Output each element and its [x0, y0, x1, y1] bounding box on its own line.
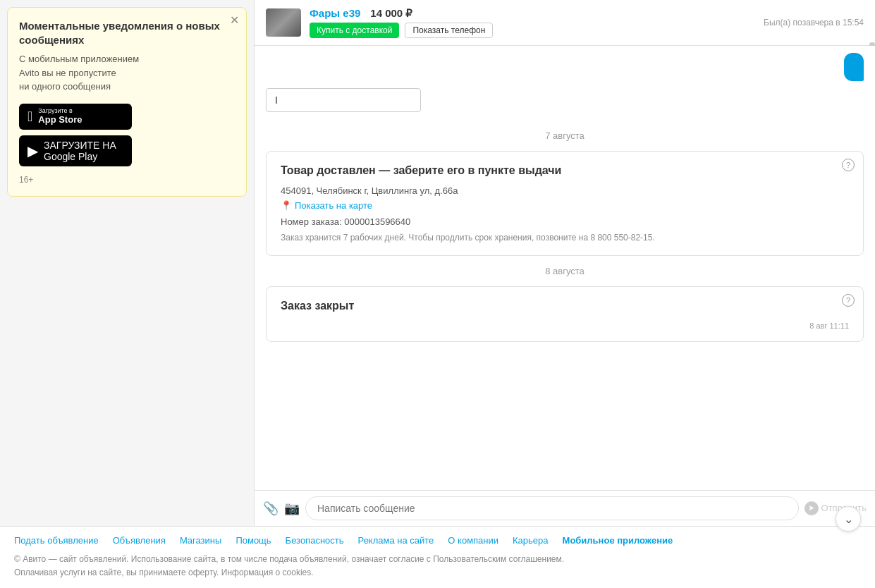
message-input[interactable]	[305, 496, 799, 520]
footer-links: Подать объявление Объявления Магазины По…	[14, 535, 861, 546]
product-actions: Купить с доставкой Показать телефон	[310, 23, 764, 38]
footer-link-help[interactable]: Помощь	[235, 535, 271, 546]
google-play-button[interactable]: ▶ ЗАГРУЗИТЕ НА Google Play	[19, 135, 132, 166]
closed-card-time: 8 авг 11:11	[281, 321, 849, 330]
phone-button[interactable]: Показать телефон	[405, 23, 493, 38]
footer-link-ads[interactable]: Объявления	[113, 535, 166, 546]
attach-icon[interactable]: 📎	[263, 501, 279, 516]
chat-panel: Фары е39 14 000 ₽ Купить с доставкой Пок…	[254, 0, 875, 526]
location-icon: 📍	[281, 200, 292, 211]
product-image	[266, 8, 301, 37]
app-store-label-big: App Store	[38, 114, 82, 126]
left-panel: ✕ Моментальные уведомления о новых сообщ…	[0, 0, 254, 526]
close-button[interactable]: ✕	[230, 15, 239, 26]
footer: Подать объявление Объявления Магазины По…	[0, 526, 875, 588]
product-price: 14 000 ₽	[370, 7, 412, 20]
buy-button[interactable]: Купить с доставкой	[310, 23, 399, 38]
apple-icon: 	[27, 109, 32, 125]
chat-header: Фары е39 14 000 ₽ Купить с доставкой Пок…	[255, 0, 875, 46]
delivery-card-address: 454091, Челябинск г, Цвиллинга ул, д.66а	[281, 185, 849, 196]
footer-link-career[interactable]: Карьера	[513, 535, 549, 546]
footer-link-mobile[interactable]: Мобильное приложение	[563, 535, 673, 546]
chat-input-area: 📎 📷 ➤ Отправить	[255, 490, 875, 526]
delivery-card-title: Товар доставлен — заберите его в пункте …	[281, 163, 849, 178]
google-play-label-small: ЗАГРУЗИТЕ НА	[44, 140, 116, 151]
age-label: 16+	[19, 175, 235, 185]
date-separator-2: 8 августа	[266, 266, 864, 276]
delivery-card: ? Товар доставлен — заберите его в пункт…	[266, 151, 864, 256]
closed-card: ? Заказ закрыт 8 авг 11:11	[266, 286, 864, 341]
footer-link-security[interactable]: Безопасность	[286, 535, 344, 546]
help-icon-2[interactable]: ?	[842, 294, 855, 307]
send-arrow-icon: ➤	[804, 501, 819, 515]
camera-icon[interactable]: 📷	[284, 501, 300, 516]
help-icon[interactable]: ?	[842, 159, 855, 171]
inline-input-wrapper	[266, 88, 864, 121]
order-number: Номер заказа: 0000013596640	[281, 216, 849, 227]
footer-link-add[interactable]: Подать объявление	[14, 535, 99, 546]
notification-title: Моментальные уведомления о новых сообщен…	[19, 19, 235, 47]
product-info: Фары е39 14 000 ₽ Купить с доставкой Пок…	[310, 7, 764, 38]
outgoing-message	[266, 53, 864, 81]
google-play-icon: ▶	[27, 142, 38, 159]
last-seen: Был(а) позавчера в 15:54	[764, 18, 864, 27]
chat-body[interactable]: 7 августа ? Товар доставлен — заберите е…	[255, 46, 875, 490]
message-bubble	[844, 53, 864, 81]
google-play-label-big: Google Play	[44, 151, 116, 162]
storage-note: Заказ хранится 7 рабочих дней. Чтобы про…	[281, 231, 849, 244]
footer-link-company[interactable]: О компании	[448, 535, 498, 546]
app-store-button[interactable]:  Загрузите в App Store	[19, 104, 132, 130]
app-store-label-small: Загрузите в	[38, 108, 82, 114]
product-name[interactable]: Фары е39	[310, 7, 360, 19]
date-separator-1: 7 августа	[266, 130, 864, 141]
main-content: ✕ Моментальные уведомления о новых сообщ…	[0, 0, 875, 526]
closed-card-title: Заказ закрыт	[281, 298, 849, 314]
product-image-inner	[266, 8, 301, 37]
notification-text: С мобильным приложением Avito вы не проп…	[19, 52, 235, 94]
page-wrapper: ✕ Моментальные уведомления о новых сообщ…	[0, 0, 875, 588]
footer-copyright: © Авито — сайт объявлений. Использование…	[14, 553, 861, 580]
notification-box: ✕ Моментальные уведомления о новых сообщ…	[7, 7, 247, 197]
footer-link-ads2[interactable]: Реклама на сайте	[358, 535, 434, 546]
map-link[interactable]: 📍 Показать на карте	[281, 200, 849, 211]
footer-link-stores[interactable]: Магазины	[180, 535, 222, 546]
inline-input[interactable]	[266, 88, 421, 112]
